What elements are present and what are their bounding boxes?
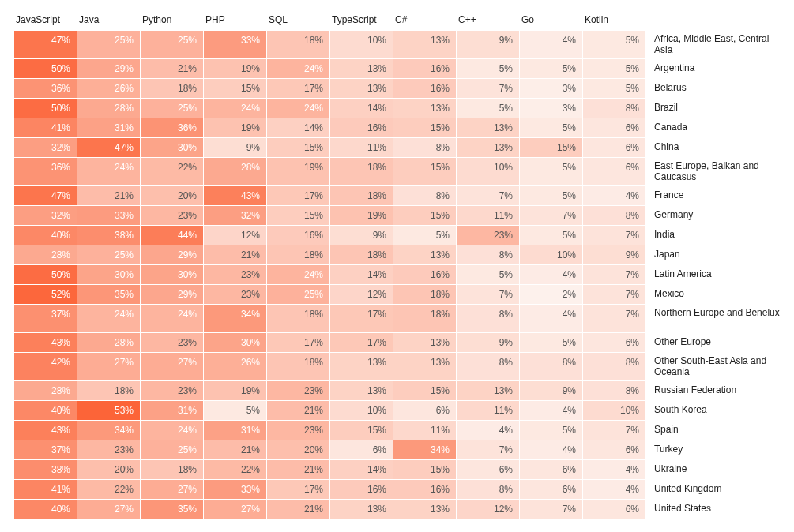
heatmap-cell: 22% <box>204 459 267 479</box>
heatmap-cell: 29% <box>77 58 141 78</box>
heatmap-cell: 8% <box>583 98 646 118</box>
heatmap-cell: 4% <box>583 479 646 499</box>
heatmap-cell: 32% <box>14 137 77 157</box>
heatmap-cell: 25% <box>77 245 141 264</box>
heatmap-cell: 18% <box>141 78 204 98</box>
column-header: C# <box>393 14 457 30</box>
heatmap-cell: 50% <box>14 58 77 78</box>
heatmap-cell: 37% <box>14 440 77 459</box>
heatmap-cell: 17% <box>330 304 393 332</box>
heatmap-cell: 15% <box>393 205 457 225</box>
heatmap-cell: 9% <box>520 380 583 400</box>
row-label: Ukraine <box>646 459 788 479</box>
heatmap-cell: 20% <box>267 440 330 459</box>
heatmap-cell: 34% <box>393 440 457 459</box>
heatmap-cell: 37% <box>14 304 77 332</box>
heatmap-cell: 31% <box>141 400 204 420</box>
heatmap-cell: 7% <box>583 264 646 284</box>
heatmap-cell: 13% <box>393 352 457 380</box>
heatmap-cell: 10% <box>520 245 583 264</box>
row-label: Canada <box>646 118 788 137</box>
heatmap-cell: 5% <box>520 332 583 352</box>
heatmap-cell: 5% <box>457 264 520 284</box>
heatmap-cell: 26% <box>77 78 141 98</box>
column-header: Go <box>520 14 583 30</box>
heatmap-cell: 29% <box>141 284 204 304</box>
heatmap-cell: 16% <box>393 58 457 78</box>
heatmap-cell: 7% <box>583 225 646 245</box>
heatmap-cell: 15% <box>393 157 457 185</box>
heatmap-cell: 6% <box>583 332 646 352</box>
heatmap-cell: 8% <box>457 304 520 332</box>
heatmap-cell: 12% <box>204 225 267 245</box>
heatmap-cell: 12% <box>457 499 520 519</box>
heatmap-cell: 24% <box>204 98 267 118</box>
heatmap-cell: 6% <box>520 459 583 479</box>
heatmap-cell: 33% <box>77 205 141 225</box>
heatmap-cell: 4% <box>520 30 583 58</box>
heatmap-cell: 8% <box>457 352 520 380</box>
heatmap-cell: 27% <box>141 479 204 499</box>
heatmap-cell: 30% <box>77 264 141 284</box>
heatmap-cell: 7% <box>457 284 520 304</box>
heatmap-cell: 43% <box>14 420 77 440</box>
heatmap-cell: 27% <box>141 352 204 380</box>
heatmap-cell: 5% <box>520 420 583 440</box>
heatmap-cell: 5% <box>583 58 646 78</box>
heatmap-cell: 5% <box>520 157 583 185</box>
heatmap-cell: 18% <box>393 284 457 304</box>
heatmap-cell: 30% <box>204 332 267 352</box>
heatmap-cell: 8% <box>520 352 583 380</box>
row-label: United States <box>646 499 788 519</box>
heatmap-cell: 7% <box>583 284 646 304</box>
heatmap-cell: 14% <box>330 459 393 479</box>
heatmap-cell: 12% <box>330 284 393 304</box>
row-label: Mexico <box>646 284 788 304</box>
heatmap-cell: 25% <box>77 30 141 58</box>
row-label: Germany <box>646 205 788 225</box>
heatmap-cell: 30% <box>141 264 204 284</box>
row-label: India <box>646 225 788 245</box>
heatmap-cell: 28% <box>77 98 141 118</box>
heatmap-cell: 5% <box>583 30 646 58</box>
heatmap-cell: 21% <box>204 245 267 264</box>
heatmap-cell: 28% <box>14 380 77 400</box>
heatmap-cell: 23% <box>204 284 267 304</box>
heatmap-cell: 5% <box>204 400 267 420</box>
heatmap-cell: 16% <box>393 479 457 499</box>
heatmap-cell: 5% <box>457 98 520 118</box>
heatmap-cell: 19% <box>330 205 393 225</box>
heatmap-cell: 17% <box>267 479 330 499</box>
heatmap-cell: 18% <box>267 304 330 332</box>
heatmap-cell: 33% <box>204 479 267 499</box>
heatmap-cell: 33% <box>204 30 267 58</box>
heatmap-cell: 7% <box>457 78 520 98</box>
heatmap-cell: 18% <box>393 304 457 332</box>
heatmap-cell: 6% <box>583 499 646 519</box>
row-label: Latin America <box>646 264 788 284</box>
heatmap-cell: 18% <box>330 185 393 205</box>
heatmap-cell: 18% <box>267 352 330 380</box>
heatmap-cell: 15% <box>520 137 583 157</box>
heatmap-cell: 17% <box>330 332 393 352</box>
heatmap-cell: 32% <box>14 205 77 225</box>
row-label: Spain <box>646 420 788 440</box>
heatmap-cell: 13% <box>393 332 457 352</box>
heatmap-cell: 17% <box>267 332 330 352</box>
heatmap-cell: 13% <box>393 245 457 264</box>
heatmap-cell: 40% <box>14 499 77 519</box>
heatmap-cell: 23% <box>267 420 330 440</box>
column-header: C++ <box>457 14 520 30</box>
heatmap-cell: 27% <box>77 499 141 519</box>
heatmap-cell: 2% <box>520 284 583 304</box>
heatmap-cell: 8% <box>457 245 520 264</box>
heatmap-cell: 3% <box>520 98 583 118</box>
heatmap-cell: 21% <box>204 440 267 459</box>
heatmap-cell: 17% <box>267 78 330 98</box>
heatmap-cell: 25% <box>141 98 204 118</box>
heatmap-cell: 18% <box>267 245 330 264</box>
heatmap-cell: 6% <box>583 440 646 459</box>
heatmap-cell: 4% <box>520 440 583 459</box>
heatmap-cell: 5% <box>520 225 583 245</box>
heatmap-cell: 15% <box>267 205 330 225</box>
